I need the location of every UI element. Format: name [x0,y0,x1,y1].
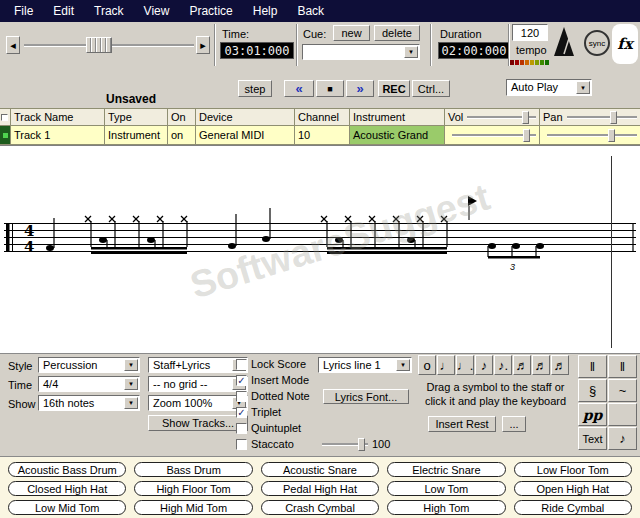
half-note-icon[interactable]: o [418,355,436,375]
slider-thumb[interactable] [523,129,530,142]
checkbox-dotted-note[interactable]: Dotted Note [236,389,310,402]
step-button[interactable]: step [238,80,272,97]
drum-pad-button[interactable]: Crash Cymbal [261,500,379,515]
checkbox-box[interactable] [236,391,247,402]
menu-file[interactable]: File [4,1,43,21]
drum-pad-button[interactable]: Pedal High Hat [261,481,379,496]
zoom-select[interactable]: Zoom 100% ▾ [148,395,248,411]
dynamics-pp-icon[interactable]: pp [578,403,607,426]
more-rests-button[interactable]: ... [502,416,526,432]
menu-practice[interactable]: Practice [179,1,242,21]
track-instrument-cell[interactable]: Acoustic Grand [350,126,445,145]
track-row[interactable]: Track 1 Instrument on General MIDI 10 Ac… [0,126,640,145]
checkbox-box[interactable] [236,423,247,434]
eighth-note-icon[interactable]: ♪ [475,355,493,375]
track-device-cell[interactable]: General MIDI [196,126,295,145]
track-vol-cell[interactable] [445,126,540,145]
menu-back[interactable]: Back [287,1,334,21]
rec-button[interactable]: REC [378,80,410,97]
drum-pad-button[interactable]: High Tom [387,500,505,515]
checkbox-box[interactable]: ✓ [236,375,247,386]
segno-symbol-icon[interactable]: § [578,379,607,402]
drum-pad-button[interactable]: Low Tom [387,481,505,496]
track-on-cell[interactable]: on [168,126,196,145]
drum-pad-button[interactable]: Electric Snare [387,462,505,477]
track-pan-cell[interactable] [540,126,640,145]
checkbox-insert-mode[interactable]: ✓Insert Mode [236,373,309,386]
track-type-cell[interactable]: Instrument [105,126,168,145]
position-slider-thumb[interactable] [86,37,112,53]
insert-rest-button[interactable]: Insert Rest [428,416,496,432]
checkbox-lock-score[interactable]: Lock Score [236,357,306,370]
show-tracks-button[interactable]: Show Tracks... [148,415,248,431]
sync-button[interactable]: sync [584,30,610,56]
drum-pad-button[interactable]: High Mid Tom [134,500,252,515]
dotted-eighth-note-icon[interactable]: ♪. [494,355,512,375]
drum-pad-button[interactable]: Acoustic Snare [261,462,379,477]
track-vol-slider[interactable] [452,129,536,142]
drum-pad-button[interactable]: Bass Drum [134,462,252,477]
chevron-down-icon[interactable]: ▾ [124,378,138,390]
double-barline-symbol-icon[interactable]: ‖ [608,355,637,378]
checkbox-box[interactable] [236,439,247,450]
chevron-down-icon[interactable]: ▾ [576,81,590,94]
scroll-left-button[interactable]: ◂ [6,36,20,54]
chevron-down-icon[interactable]: ▾ [124,397,138,409]
stop-button[interactable]: ■ [316,80,344,97]
slider-thumb[interactable] [610,111,617,124]
lyrics-line-select[interactable]: Lyrics line 1 ▾ [318,357,412,373]
chevron-down-icon[interactable]: ▾ [124,359,138,371]
drum-pad-button[interactable]: Low Floor Tom [514,462,632,477]
trill-symbol-icon[interactable]: ~ [608,379,637,402]
grid-select[interactable]: -- no grid -- ▾ [148,376,248,392]
new-cue-button[interactable]: new [333,25,370,41]
drum-pad-button[interactable]: High Floor Tom [134,481,252,496]
score-editor[interactable]: 4 4 [0,145,640,353]
delete-cue-button[interactable]: delete [374,25,420,41]
pan-header-slider[interactable] [567,111,637,124]
play-forward-button[interactable]: » [346,80,374,97]
select-all-box[interactable] [1,114,8,121]
tempo-input[interactable]: 120 [512,24,548,41]
menu-view[interactable]: View [134,1,180,21]
style-select[interactable]: Percussion ▾ [38,357,140,373]
chevron-down-icon[interactable]: ▾ [396,359,410,371]
drum-pad-button[interactable]: Closed High Hat [8,481,126,496]
slider-thumb[interactable] [522,111,529,124]
barline-symbol-icon[interactable]: ‖ [578,355,607,378]
checkbox-box[interactable]: ✓ [236,407,247,418]
text-button[interactable]: Text [578,427,607,450]
scroll-right-button[interactable]: ▸ [196,36,210,54]
empty-symbol-cell[interactable] [608,403,637,426]
vol-header-slider[interactable] [467,111,536,124]
lyrics-font-button[interactable]: Lyrics Font... [323,389,409,404]
drum-pad-button[interactable]: Ride Cymbal [514,500,632,515]
quarter-note-icon[interactable]: ♩ [437,355,455,375]
track-pan-slider[interactable] [547,129,637,142]
note-duration-select[interactable]: 16th notes ▾ [38,395,140,411]
note-symbol-icon[interactable]: ♪ [608,427,637,450]
time-signature-select[interactable]: 4/4 ▾ [38,376,140,392]
thirtysecond-note-icon[interactable]: ♬ [532,355,550,375]
ctrl-button[interactable]: Ctrl... [412,80,450,97]
staccato-slider-thumb[interactable] [358,438,365,451]
metronome-icon[interactable] [552,26,576,60]
dotted-quarter-note-icon[interactable]: ♩. [456,355,474,375]
cue-select[interactable]: ▾ [302,44,420,60]
drum-pad-button[interactable]: Open High Hat [514,481,632,496]
chevron-down-icon[interactable]: ▾ [404,46,418,58]
checkbox-triplet[interactable]: ✓Triplet [236,405,281,418]
slider-thumb[interactable] [608,129,615,142]
autoplay-select[interactable]: Auto Play ▾ [506,79,592,96]
menu-track[interactable]: Track [84,1,134,21]
checkbox-box[interactable] [236,359,247,370]
drum-pad-button[interactable]: Acoustic Bass Drum [8,462,126,477]
rewind-button[interactable]: « [284,80,314,97]
layout-select[interactable]: Staff+Lyrics ▾ [148,357,248,373]
track-name-cell[interactable]: Track 1 [11,126,105,145]
drum-pad-button[interactable]: Low Mid Tom [8,500,126,515]
checkbox-quintuplet[interactable]: Quintuplet [236,421,301,434]
beamed-notes-icon[interactable]: ♬ [551,355,569,375]
checkbox-staccato[interactable]: Staccato [236,437,294,450]
track-active-indicator[interactable] [0,126,11,145]
